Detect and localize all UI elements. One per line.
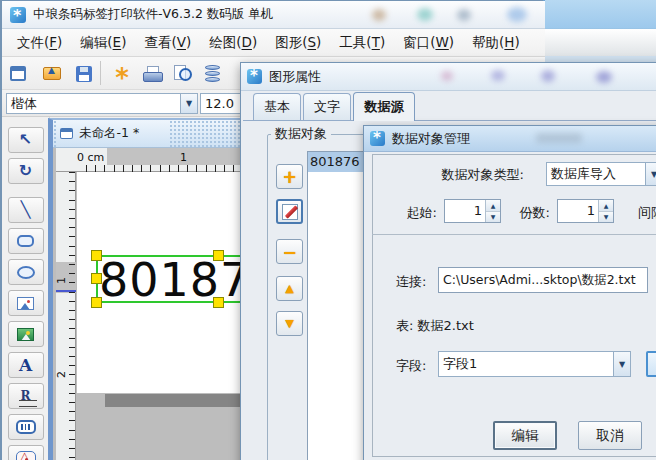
data-type-value: 数据库导入 (547, 165, 645, 183)
ellipse-tool[interactable] (8, 259, 44, 285)
properties-dialog-title: 图形属性 (269, 68, 321, 86)
menu-help[interactable]: 帮助(H) (463, 31, 529, 55)
polygon-tool[interactable] (8, 445, 44, 460)
barcode-icon (16, 420, 36, 434)
selection-handle-bottom-middle[interactable] (213, 297, 224, 308)
edit-button[interactable]: 编辑 (493, 421, 557, 450)
tab-text[interactable]: 文字 (303, 93, 351, 120)
field-label: 字段: (396, 357, 426, 375)
copies-label: 份数: (486, 204, 550, 222)
line-icon: ╲ (21, 202, 31, 218)
database-button[interactable] (198, 60, 226, 87)
font-family-value: 楷体 (7, 95, 180, 113)
data-type-combobox[interactable]: 数据库导入 (546, 162, 656, 186)
save-button[interactable] (70, 60, 98, 87)
field-combobox[interactable]: 字段1 (438, 351, 631, 377)
menu-file[interactable]: 文件(F) (8, 31, 71, 55)
aero-blur-blob (491, 70, 505, 81)
color-image-tool[interactable] (8, 321, 44, 347)
type-label: 数据对象类型: (384, 166, 524, 184)
list-item[interactable]: 801876 (308, 152, 363, 172)
main-titlebar[interactable]: 中琅条码标签打印软件-V6.3.2 数码版 单机 (2, 1, 545, 29)
menu-draw[interactable]: 绘图(D) (200, 31, 266, 55)
cancel-button[interactable]: 取消 (578, 421, 642, 450)
barcode-tool[interactable] (8, 414, 44, 440)
spin-up-icon[interactable]: ▲ (599, 200, 613, 211)
menu-view[interactable]: 查看(V) (135, 31, 200, 55)
text-tool[interactable]: A (8, 352, 44, 378)
menu-window[interactable]: 窗口(W) (394, 31, 463, 55)
selection-handle-middle-left[interactable] (91, 273, 102, 284)
aero-blur-blob (441, 71, 453, 81)
group-separator (372, 234, 656, 235)
rotate-icon: ↻ (19, 163, 32, 179)
table-label: 表: 数据2.txt (396, 317, 474, 335)
properties-dialog-titlebar[interactable]: 图形属性 (241, 63, 656, 91)
aero-blur-blob (596, 71, 612, 83)
ruler-label-v1: 1 (55, 277, 68, 284)
tool-palette: ↖ ↻ ╲ A R (2, 117, 50, 460)
aero-blur-blob (536, 133, 582, 143)
ruler-ticks (69, 172, 75, 460)
database-icon (205, 65, 220, 82)
aero-blur-blob (372, 9, 386, 21)
document-title-area: 未命名-1 * (58, 120, 168, 147)
move-down-button[interactable]: ▼ (276, 311, 303, 336)
polygon-icon (16, 451, 36, 460)
open-button[interactable] (38, 60, 66, 87)
edit-pencil-icon (282, 204, 298, 220)
remove-data-object-button[interactable]: − (276, 239, 303, 264)
selection-handle-top-middle[interactable] (213, 250, 224, 261)
tab-basic[interactable]: 基本 (253, 93, 301, 120)
edit-data-object-button[interactable] (276, 199, 303, 224)
menu-tools[interactable]: 工具(T) (330, 31, 394, 55)
rounded-rect-tool[interactable] (8, 228, 44, 254)
menu-edit[interactable]: 编辑(E) (71, 31, 135, 55)
connection-path-input[interactable]: C:\Users\Admi...sktop\数据2.txt (438, 267, 648, 293)
selection-handle-bottom-left[interactable] (91, 297, 102, 308)
tab-datasource[interactable]: 数据源 (353, 92, 415, 121)
selection-handle-top-left[interactable] (91, 250, 102, 261)
window-title: 中琅条码标签打印软件-V6.3.2 数码版 单机 (33, 6, 273, 23)
document-icon (60, 128, 73, 139)
chevron-down-icon[interactable] (645, 163, 656, 185)
move-up-icon: ▲ (285, 281, 293, 297)
aero-blur-blob (457, 9, 471, 21)
image-tool[interactable] (8, 290, 44, 316)
remove-icon: − (282, 244, 296, 260)
dialog-logo-icon (247, 69, 262, 84)
add-data-object-button[interactable]: + (276, 164, 303, 189)
copies-spinner[interactable]: 1 ▲▼ (557, 199, 614, 223)
new-document-button[interactable] (4, 60, 32, 87)
start-value: 1 (445, 200, 485, 222)
spin-down-icon[interactable]: ▼ (599, 211, 613, 223)
manager-dialog-title: 数据对象管理 (392, 130, 470, 148)
print-button[interactable] (138, 60, 166, 87)
interval-label: 间隔 (638, 204, 656, 222)
rich-text-icon: R (21, 389, 31, 403)
clipped-side-button[interactable] (646, 351, 656, 377)
manager-dialog-titlebar[interactable]: 数据对象管理 (364, 126, 656, 152)
open-icon (43, 67, 61, 80)
aero-blur-blob (541, 70, 555, 82)
chevron-down-icon[interactable] (180, 94, 197, 113)
menu-shape[interactable]: 图形(S) (266, 31, 330, 55)
rich-text-tool[interactable]: R (8, 383, 44, 409)
chevron-down-icon[interactable] (613, 352, 630, 376)
print-preview-button[interactable] (168, 60, 196, 87)
select-tool[interactable]: ↖ (8, 127, 44, 153)
data-object-list[interactable]: 801876 (307, 151, 364, 460)
ruler-label-0cm: 0 cm (77, 151, 104, 164)
document-title: 未命名-1 * (79, 125, 139, 142)
save-icon (76, 66, 92, 82)
settings-button[interactable]: * (108, 60, 136, 87)
line-tool[interactable]: ╲ (8, 197, 44, 223)
toolbar-separator (100, 61, 101, 85)
settings-icon: * (115, 73, 129, 83)
tab-content-border (243, 120, 656, 122)
rotate-tool[interactable]: ↻ (8, 158, 44, 184)
screenshot-root: 中琅条码标签打印软件-V6.3.2 数码版 单机 文件(F) 编辑(E) 查看(… (0, 0, 656, 460)
color-image-icon (17, 328, 34, 341)
move-up-button[interactable]: ▲ (276, 276, 303, 301)
font-family-combobox[interactable]: 楷体 (6, 93, 198, 114)
